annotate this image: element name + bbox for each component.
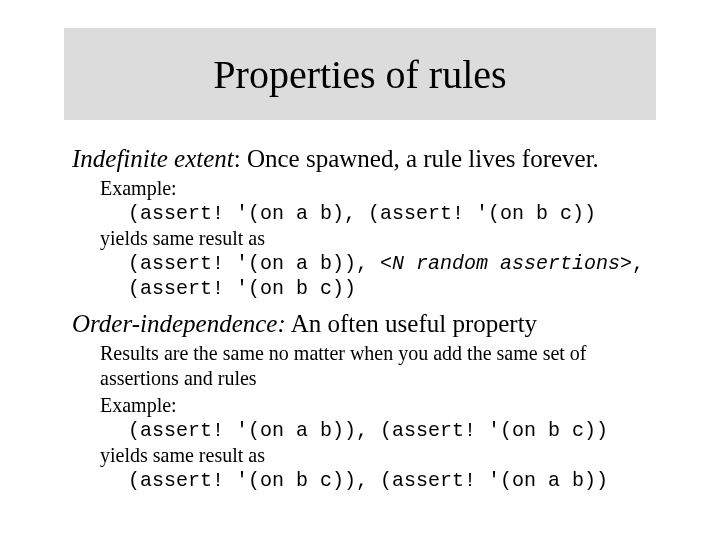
section1-code2b: <N random assertions> xyxy=(380,252,632,275)
section2-example-label: Example: xyxy=(100,393,652,418)
slide: Properties of rules Indefinite extent: O… xyxy=(0,0,720,540)
section2-lead-rest: An often useful property xyxy=(286,310,537,337)
section1-lead-rest: : Once spawned, a rule lives forever. xyxy=(234,145,599,172)
section2-code2: (assert! '(on b c)), (assert! '(on a b)) xyxy=(128,468,652,493)
section1-yields: yields same result as xyxy=(100,226,652,251)
section2-yields: yields same result as xyxy=(100,443,652,468)
section1-example-label: Example: xyxy=(100,176,652,201)
title-band: Properties of rules xyxy=(64,28,656,120)
section2-lead: Order-independence: An often useful prop… xyxy=(72,309,652,339)
section1-lead-term: Indefinite extent xyxy=(72,145,234,172)
section1-code2: (assert! '(on a b)), <N random assertion… xyxy=(128,251,652,301)
slide-body: Indefinite extent: Once spawned, a rule … xyxy=(72,140,652,493)
section1-lead: Indefinite extent: Once spawned, a rule … xyxy=(72,144,652,174)
section1-example: Example: (assert! '(on a b), (assert! '(… xyxy=(100,176,652,301)
section2-body: Results are the same no matter when you … xyxy=(100,341,652,493)
section2-lead-term: Order-independence: xyxy=(72,310,286,337)
section2-code1: (assert! '(on a b)), (assert! '(on b c)) xyxy=(128,418,652,443)
section1-code1: (assert! '(on a b), (assert! '(on b c)) xyxy=(128,201,652,226)
slide-title: Properties of rules xyxy=(213,51,506,98)
section2-desc: Results are the same no matter when you … xyxy=(100,341,652,391)
section1-code2a: (assert! '(on a b)), xyxy=(128,252,380,275)
